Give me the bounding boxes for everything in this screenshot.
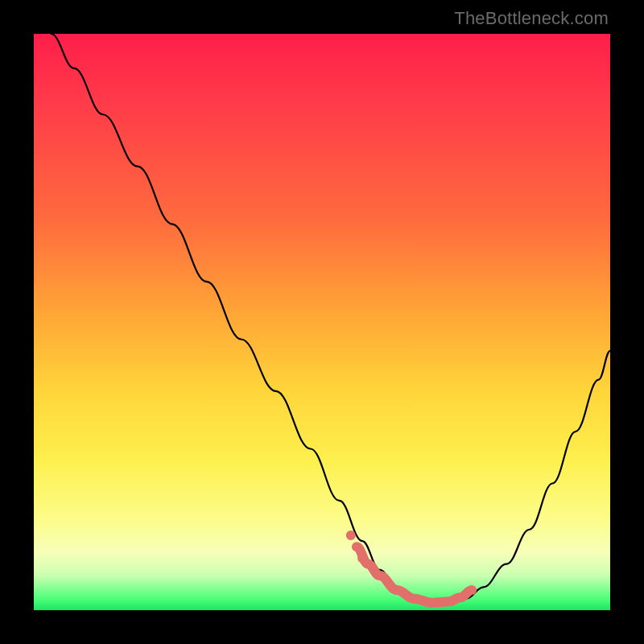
optimum-highlight bbox=[357, 547, 472, 602]
highlight-dot bbox=[346, 530, 356, 540]
plot-area bbox=[34, 34, 610, 610]
chart-frame: TheBottleneck.com bbox=[0, 0, 644, 644]
bottleneck-curve bbox=[51, 34, 610, 605]
watermark-text: TheBottleneck.com bbox=[454, 8, 609, 29]
highlight-dot bbox=[357, 554, 367, 564]
curve-svg bbox=[34, 34, 610, 610]
